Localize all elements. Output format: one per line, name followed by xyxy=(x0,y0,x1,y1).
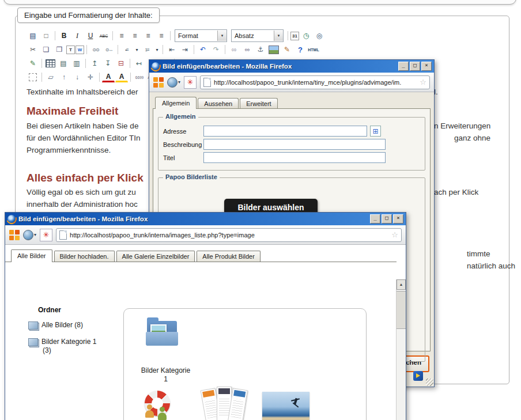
title-bar[interactable]: Bild einfügen/bearbeiten - Mozilla Firef… xyxy=(149,60,434,73)
absolute-position-icon[interactable]: ✛ xyxy=(84,71,97,84)
move-backward-icon[interactable]: ↓ xyxy=(71,71,84,84)
redo-icon[interactable]: ↷ xyxy=(210,43,222,56)
align-right-icon[interactable]: ≡ xyxy=(142,29,154,42)
sidebar-item-alle-bilder[interactable]: Alle Bilder (8) xyxy=(28,321,120,330)
bullet-list-icon[interactable]: •≡ xyxy=(120,43,133,56)
folder-label[interactable]: Bilder Kategorie 1 xyxy=(130,366,202,384)
url-bar[interactable]: http://localhost/papoo_trunk/interna/tin… xyxy=(200,75,430,89)
minimize-button[interactable]: _ xyxy=(398,62,409,71)
strikethrough-icon[interactable]: ABC xyxy=(97,29,110,42)
go-button[interactable]: ▾ xyxy=(167,77,180,88)
editor-paragraph[interactable]: Textinhalte im Inhaltsbereich der xyxy=(27,88,138,96)
design-thumbnail[interactable] xyxy=(200,385,248,420)
papoo-logo-icon[interactable] xyxy=(9,230,20,240)
dropdown-caret-icon[interactable]: ▾ xyxy=(134,43,140,56)
paste-icon[interactable]: ❐ xyxy=(53,43,66,56)
unlink-icon[interactable]: ∞ xyxy=(241,43,254,56)
help-icon[interactable]: ? xyxy=(294,43,307,56)
minimize-button[interactable]: _ xyxy=(370,214,380,224)
sidebar-item-bilder-kategorie-1[interactable]: Bilder Kategorie 1 (3) xyxy=(28,338,120,355)
cut-icon[interactable]: ✂ xyxy=(27,43,39,56)
align-justify-icon[interactable]: ≡ xyxy=(155,29,168,42)
tab-allgemein[interactable]: Allgemein xyxy=(155,97,197,109)
search-icon[interactable]: ⊙⊙ xyxy=(89,43,102,56)
editor-heading-2[interactable]: Alles einfach per Klick xyxy=(27,172,144,184)
go-button[interactable]: ▾ xyxy=(23,230,36,240)
editor-heading-1[interactable]: Maximale Freiheit xyxy=(27,105,118,118)
numbered-list-icon[interactable]: 1≡ xyxy=(141,43,153,56)
red-asterisk-icon[interactable]: ✳ xyxy=(40,229,52,241)
insert-row-below-icon[interactable]: ↧ xyxy=(101,57,114,70)
link-icon[interactable]: ∞ xyxy=(228,43,240,56)
insert-row-above-icon[interactable]: ↥ xyxy=(88,57,101,70)
underline-icon[interactable]: U xyxy=(84,29,97,42)
papoo-logo-icon[interactable] xyxy=(153,77,164,88)
tab-bilder-hochladen[interactable]: Bilder hochladen. xyxy=(54,251,115,262)
editor-paragraph[interactable]: Bei diesen Artikeln haben Sie de xyxy=(27,122,138,130)
align-left-icon[interactable]: ≡ xyxy=(115,29,128,42)
insert-date-icon[interactable]: 31 xyxy=(290,32,299,40)
new-document-icon[interactable]: □ xyxy=(40,29,52,42)
paragraph-select[interactable]: Absatz ▾ xyxy=(231,29,284,42)
url-bar[interactable]: http://localhost/papoo_trunk/interna/ima… xyxy=(56,228,402,242)
edit-css-icon[interactable]: ✎ xyxy=(27,57,39,70)
resize-grip[interactable] xyxy=(426,379,433,386)
maximize-button[interactable]: □ xyxy=(382,214,392,224)
replace-icon[interactable]: ⊙↔ xyxy=(103,43,115,56)
bold-icon[interactable]: B xyxy=(58,29,70,42)
editor-paragraph-fragment[interactable]: ach per Klick xyxy=(434,188,478,196)
insert-column-left-icon[interactable]: ↤ xyxy=(133,57,145,70)
close-button[interactable]: × xyxy=(393,214,403,224)
beschreibung-input[interactable] xyxy=(203,139,386,150)
editor-paragraph[interactable]: innerhalb der Administration hoc xyxy=(27,200,138,209)
freedom-thumbnail[interactable] xyxy=(262,392,309,420)
community-thumbnail[interactable] xyxy=(140,389,177,420)
red-asterisk-icon[interactable]: ✳ xyxy=(184,76,197,89)
html-source-icon[interactable]: HTML xyxy=(307,43,320,56)
tab-erweitert[interactable]: Erweitert xyxy=(240,98,277,108)
image-browser-button[interactable]: ⊞ xyxy=(370,126,381,137)
editor-paragraph[interactable]: Völlig egal ob es sich um gut zu xyxy=(27,188,136,196)
editor-paragraph[interactable]: Programmierkenntnisse. xyxy=(27,146,111,154)
tab-alle-galerie-einzelbilder[interactable]: Alle Galerie Einzelbilder xyxy=(116,251,195,262)
tab-alle-bilder[interactable]: Alle Bilder xyxy=(11,249,52,262)
delete-row-icon[interactable]: ⊟ xyxy=(115,57,127,70)
adresse-input[interactable] xyxy=(203,126,367,137)
format-select[interactable]: Format ▾ xyxy=(175,29,227,42)
maximize-button[interactable]: □ xyxy=(410,62,420,71)
bookmark-star-icon[interactable]: ☆ xyxy=(391,230,398,239)
table-row-properties-icon[interactable]: ▤ xyxy=(57,57,70,70)
editor-paragraph-fragment[interactable]: l. xyxy=(434,88,438,96)
font-color-icon[interactable]: A xyxy=(102,72,115,82)
insert-table-icon[interactable] xyxy=(46,59,55,67)
paste-from-word-icon[interactable]: W xyxy=(75,46,84,54)
outdent-icon[interactable]: ⇤ xyxy=(165,43,178,56)
bookmark-star-icon[interactable]: ☆ xyxy=(420,78,426,86)
editor-paragraph-fragment[interactable]: timmte xyxy=(467,249,490,258)
titel-input[interactable] xyxy=(203,152,386,163)
cite-icon[interactable]: 6699 xyxy=(133,71,146,84)
tab-alle-produkt-bilder[interactable]: Alle Produkt Bilder xyxy=(197,251,260,262)
cleanup-icon[interactable]: ✎ xyxy=(281,43,293,56)
scroll-up-icon[interactable]: ▲ xyxy=(397,279,406,290)
editor-paragraph-fragment[interactable]: natürlich auch xyxy=(467,262,515,270)
anchor-icon[interactable]: ⚓ xyxy=(254,43,267,56)
preview-icon[interactable]: ◎ xyxy=(313,29,326,42)
folder-icon[interactable] xyxy=(146,315,179,351)
visual-aid-icon[interactable] xyxy=(29,73,37,81)
insert-layer-icon[interactable]: ▱ xyxy=(44,71,57,84)
editor-paragraph[interactable]: für den Wordähnlichen Editor TIn xyxy=(27,134,141,142)
back-color-icon[interactable]: A xyxy=(115,72,128,82)
dropdown-caret-icon[interactable]: ▾ xyxy=(154,43,160,56)
align-center-icon[interactable]: ≡ xyxy=(129,29,141,42)
paste-as-text-icon[interactable]: T xyxy=(66,46,75,54)
editor-paragraph-fragment[interactable]: n Erweiterungen xyxy=(434,122,490,130)
move-forward-icon[interactable]: ↑ xyxy=(58,71,70,84)
undo-icon[interactable]: ↶ xyxy=(197,43,209,56)
italic-icon[interactable]: I xyxy=(71,29,84,42)
indent-icon[interactable]: ⇥ xyxy=(179,43,191,56)
close-button[interactable]: × xyxy=(421,62,432,71)
table-cell-properties-icon[interactable]: ▥ xyxy=(70,57,83,70)
insert-time-icon[interactable]: ◷ xyxy=(300,29,312,42)
copy-icon[interactable]: ❏ xyxy=(40,43,52,56)
